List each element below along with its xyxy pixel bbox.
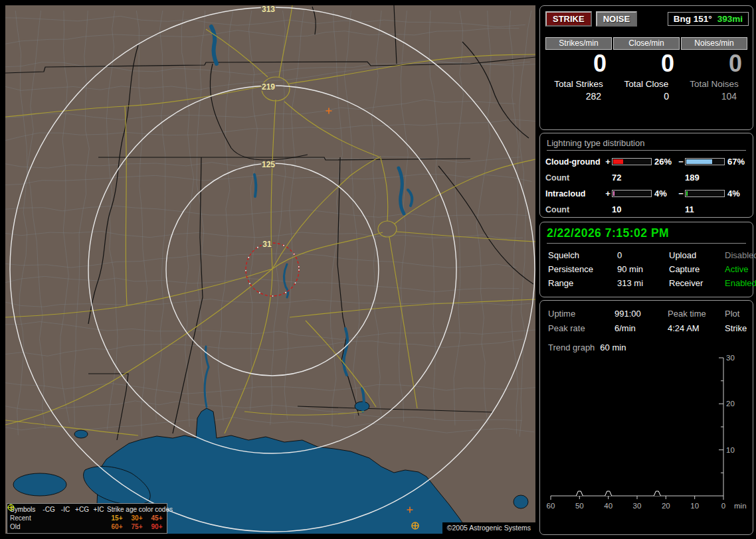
capture-label: Capture	[669, 264, 725, 274]
uptime-value: 991:00	[614, 309, 668, 319]
close-per-min-chip: Close/min	[613, 37, 680, 50]
svg-text:20: 20	[726, 400, 735, 408]
trend-panel: Uptime 991:00 Peak time Plot Peak rate 6…	[539, 300, 753, 535]
peak-time-value: 4:24 AM	[668, 323, 725, 333]
cloud-ground-count-row: Count 72 189	[545, 173, 747, 183]
noises-per-min-chip: Noises/min	[681, 37, 747, 50]
persistence-label: Persistence	[548, 264, 617, 274]
plus-sign: +	[604, 189, 612, 198]
bearing-badge: Bng 151°393mi	[668, 12, 749, 26]
age-90: 90+	[147, 523, 167, 530]
squelch-label: Squelch	[548, 250, 617, 260]
ic-negative-count: 11	[685, 204, 725, 214]
distribution-panel: Lightning type distribution Cloud-ground…	[539, 133, 753, 218]
counters-panel: STRIKE NOISE Bng 151°393mi Strikes/min 0…	[539, 5, 753, 130]
strikes-column: Strikes/min 0 Total Strikes 282	[545, 37, 612, 102]
close-column: Close/min 0 Total Close 0	[613, 37, 680, 102]
peak-time-label: Peak time	[668, 309, 725, 319]
distribution-title: Lightning type distribution	[547, 138, 746, 151]
minus-sign: −	[677, 157, 685, 167]
status-panel: 2/22/2026 7:15:02 PM Squelch 0 Upload Di…	[539, 222, 753, 297]
svg-text:40: 40	[604, 502, 613, 510]
age-30: 30+	[127, 514, 147, 522]
peak-rate-label: Peak rate	[548, 323, 614, 333]
upload-label: Upload	[669, 250, 725, 260]
persistence-value: 90 min	[617, 264, 669, 274]
ring-label-313: 313	[262, 5, 275, 14]
svg-text:30: 30	[633, 502, 642, 510]
peak-rate-value: 6/min	[614, 323, 668, 333]
strikes-per-min-chip: Strikes/min	[545, 37, 612, 50]
count-label: Count	[545, 173, 604, 183]
cg-negative-count: 189	[685, 173, 725, 183]
svg-text:10: 10	[726, 446, 735, 454]
intracloud-row: Intracloud + 4% − 4%	[545, 189, 747, 198]
total-close-value: 0	[613, 91, 680, 102]
ring-label-125: 125	[262, 160, 275, 169]
ic-positive-bar	[612, 190, 652, 197]
ic-negative-fill	[686, 191, 688, 196]
strikes-per-min-value: 0	[545, 51, 612, 76]
noise-toggle-button[interactable]: NOISE	[596, 11, 637, 27]
trend-y-ticks: 30 20 10	[726, 354, 735, 454]
intracloud-count-row: Count 10 11	[545, 204, 747, 214]
cloud-ground-label: Cloud-ground	[545, 157, 604, 167]
age-75: 75+	[127, 523, 147, 530]
svg-text:0: 0	[721, 502, 725, 510]
minus-sign: −	[677, 189, 685, 198]
cg-positive-bar	[612, 158, 652, 165]
distance-value: 393mi	[717, 14, 743, 24]
upload-status: Disabled	[725, 250, 756, 260]
legend-col-nic: -IC	[57, 506, 74, 513]
squelch-value: 0	[617, 250, 669, 260]
uptime-label: Uptime	[548, 309, 614, 319]
svg-text:30: 30	[726, 354, 735, 362]
legend-col-pcg: +CG	[74, 506, 90, 513]
age-15: 15+	[107, 514, 127, 522]
datetime-display: 2/22/2026 7:15:02 PM	[547, 226, 746, 244]
strike-toggle-button[interactable]: STRIKE	[545, 11, 592, 27]
app-window: 313 219 125 31 Symbols -CG -IC +CG +IC S…	[0, 0, 756, 539]
cg-positive-count: 72	[612, 173, 652, 183]
noises-per-min-value: 0	[681, 51, 747, 76]
total-close-label: Total Close	[613, 79, 680, 89]
trend-axes	[551, 358, 723, 500]
copyright-text: ©2005 Astrogenic Systems	[442, 522, 535, 534]
total-noises-value: 104	[681, 91, 747, 102]
ic-positive-count: 10	[612, 204, 652, 214]
legend-row-old: Old 60+ 75+ 90+	[10, 522, 164, 531]
legend-age-header: Strike age color codes	[107, 506, 167, 513]
cg-positive-fill	[613, 159, 623, 164]
map-panel: 313 219 125 31 Symbols -CG -IC +CG +IC S…	[5, 5, 535, 534]
capture-status: Active	[725, 264, 756, 274]
bearing-label: Bng 151°	[674, 14, 712, 24]
svg-text:10: 10	[690, 502, 699, 510]
count-label: Count	[545, 205, 604, 214]
trend-data-series	[576, 491, 660, 496]
age-60: 60+	[107, 523, 127, 530]
range-label: Range	[548, 278, 617, 288]
cg-positive-pct: 26%	[652, 157, 677, 167]
svg-text:50: 50	[575, 502, 584, 510]
legend-col-ncg: -CG	[41, 506, 57, 513]
ic-negative-pct: 4%	[725, 189, 746, 198]
symbols-legend: Symbols -CG -IC +CG +IC Strike age color…	[7, 503, 167, 534]
intracloud-label: Intracloud	[545, 189, 604, 198]
legend-col-pic: +IC	[90, 506, 107, 513]
range-value: 313 mi	[617, 278, 669, 288]
cg-negative-fill	[686, 159, 712, 164]
legend-row-recent: Recent 15+ 30+ 45+	[10, 514, 164, 522]
ic-positive-fill	[613, 191, 614, 196]
plot-value: Strike	[725, 323, 753, 333]
noises-column: Noises/min 0 Total Noises 104	[681, 37, 747, 102]
cg-negative-bar	[685, 158, 725, 165]
trend-x-ticks: 60 50 40 30 20 10 0 min	[547, 502, 747, 510]
map-canvas[interactable]: 313 219 125 31	[5, 5, 535, 534]
legend-recent-label: Recent	[10, 514, 41, 522]
age-45: 45+	[147, 514, 167, 522]
total-noises-label: Total Noises	[681, 79, 747, 89]
trend-x-unit: min	[734, 502, 747, 510]
legend-old-label: Old	[10, 523, 41, 530]
close-per-min-value: 0	[613, 51, 680, 76]
cg-negative-pct: 67%	[725, 157, 746, 167]
